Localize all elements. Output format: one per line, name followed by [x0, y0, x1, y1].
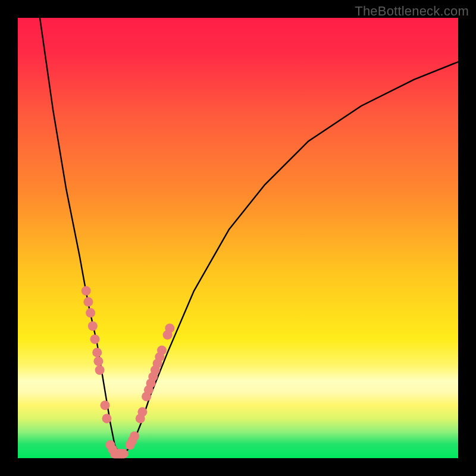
highlight-dot — [86, 308, 95, 318]
highlight-dot — [165, 324, 174, 333]
highlight-dot — [82, 286, 91, 296]
highlight-dot — [130, 431, 139, 441]
bottleneck-curve — [40, 18, 458, 454]
highlight-dot — [102, 414, 112, 423]
highlight-dot — [157, 346, 167, 355]
watermark-text: TheBottleneck.com — [355, 4, 469, 19]
highlight-dot — [95, 365, 105, 375]
plot-svg — [18, 18, 458, 458]
highlight-dot — [92, 347, 102, 357]
highlight-dot — [137, 407, 147, 416]
highlight-dot — [83, 297, 93, 306]
highlight-dot — [101, 400, 110, 410]
highlight-dot — [90, 334, 100, 344]
highlight-dot — [93, 356, 103, 366]
highlight-dot-group — [82, 286, 175, 459]
highlight-dot — [88, 321, 98, 331]
highlight-dot — [119, 449, 129, 459]
